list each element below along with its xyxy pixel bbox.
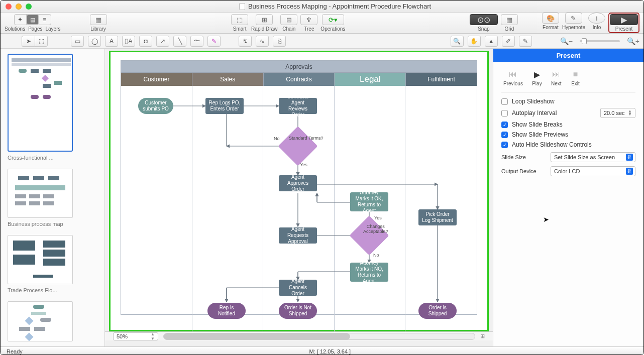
library-button[interactable]: ▦: [90, 14, 107, 25]
canvas-area[interactable]: Approvals Customer Sales Contracts Legal…: [105, 49, 493, 346]
page-label-3: Trade Process Flo...: [8, 287, 97, 293]
edge-label-no2: No: [373, 253, 379, 258]
text-tool[interactable]: A: [105, 36, 118, 47]
zoom-tool[interactable]: 🔍: [451, 36, 464, 47]
operations-button[interactable]: ⟳▾: [322, 14, 344, 25]
stamp-tool[interactable]: ▲: [485, 36, 498, 47]
pan-tool[interactable]: ✋: [468, 36, 481, 47]
next-slide-button[interactable]: ⏭Next: [551, 70, 562, 86]
node-agent-requests[interactable]: Agent Requests Approval: [279, 227, 317, 244]
breaks-checkbox[interactable]: ✓: [501, 122, 508, 128]
eyedrop-tool[interactable]: ✐: [502, 36, 515, 47]
status-bar: Ready M: [ 12.05, 3.64 ]: [1, 346, 643, 355]
node-pick-order[interactable]: Pick Order Log Shipment: [418, 209, 457, 225]
previews-label: Show Slide Previews: [512, 131, 568, 138]
edge-label-no1: No: [274, 136, 280, 141]
previews-checkbox[interactable]: ✓: [501, 132, 508, 138]
node-rep-notified[interactable]: Rep is Notified: [207, 303, 246, 319]
status-coords: M: [ 12.05, 3.64 ]: [23, 348, 637, 354]
slidesize-select[interactable]: Set Slide Size as Screen⇵: [551, 152, 635, 162]
page-thumb-3[interactable]: [8, 235, 73, 284]
info-button[interactable]: i: [588, 13, 605, 24]
page-thumb-1[interactable]: [8, 54, 73, 152]
hypernote-button[interactable]: ✎: [565, 13, 582, 24]
output-label: Output Device: [501, 168, 547, 174]
page-label-2: Business process map: [8, 221, 97, 227]
node-shipped[interactable]: Order is Shipped: [418, 303, 457, 319]
play-button[interactable]: ▶Play: [532, 70, 542, 86]
zoom-slider[interactable]: [580, 40, 620, 42]
highlighter-tool[interactable]: ✎: [207, 36, 221, 47]
prev-slide-button[interactable]: ⏮Previous: [503, 70, 523, 86]
fit-icon[interactable]: ⊞: [480, 333, 485, 339]
node-customer-po[interactable]: Customer submits PO: [138, 98, 173, 114]
solutions-label: Solutions: [5, 26, 25, 32]
zoom-window-icon[interactable]: [26, 4, 32, 10]
node-rep-logs[interactable]: Rep Logs PO, Enters Order: [205, 98, 244, 114]
eraser-tool[interactable]: ✎: [519, 36, 532, 47]
node-attorney-no[interactable]: Attorney Marks it NO, Returns to Agent: [350, 263, 388, 282]
clone-tool[interactable]: ⎘: [273, 36, 286, 47]
minimize-window-icon[interactable]: [16, 4, 22, 10]
page-thumb-4[interactable]: [8, 301, 73, 341]
chart-title: Approvals: [121, 61, 477, 73]
autohide-checkbox[interactable]: ✓: [501, 142, 508, 148]
pages-button[interactable]: ▤: [27, 15, 39, 25]
autoplay-label: Autoplay Interval: [512, 109, 596, 116]
snap-button[interactable]: ⊙⊙: [470, 14, 498, 25]
curve-tool[interactable]: 〜: [190, 36, 203, 47]
autohide-label: Auto Hide Slideshow Controls: [512, 141, 592, 148]
document-icon: [239, 3, 245, 10]
present-panel: Present ⏮Previous ▶Play ⏭Next ■Exit Loop…: [493, 49, 643, 346]
loop-label: Loop Slideshow: [512, 98, 555, 105]
connector-tool[interactable]: ↯: [239, 36, 252, 47]
smart-button[interactable]: ⬚: [231, 14, 248, 25]
pointer-tool[interactable]: ➤: [22, 36, 35, 47]
pages-label: Pages: [28, 26, 42, 32]
node-agent-cancels[interactable]: Agent Cancels Order: [279, 280, 317, 296]
present-button[interactable]: ▶: [610, 14, 638, 25]
zoom-out-icon[interactable]: 🔍−: [560, 37, 573, 45]
spline-tool[interactable]: ∿: [256, 36, 269, 47]
chain-button[interactable]: ⊟: [280, 14, 297, 25]
callout-tool[interactable]: ◘: [139, 36, 152, 47]
loop-checkbox[interactable]: [501, 98, 508, 105]
page-label-1: Cross-functional ...: [8, 155, 97, 161]
grid-button[interactable]: ▦: [501, 14, 518, 25]
document-title: Business Process Mapping - Appointment P…: [248, 3, 431, 10]
layers-button[interactable]: ≡: [39, 15, 51, 25]
autoplay-interval-input[interactable]: 20.0 sec▲▼: [600, 108, 635, 118]
arrow-tool[interactable]: ↗: [156, 36, 169, 47]
format-button[interactable]: 🎨: [542, 13, 559, 24]
h-scrollbar[interactable]: [163, 333, 475, 340]
line-tool[interactable]: ╲: [173, 36, 186, 47]
ellipse-tool[interactable]: ◯: [88, 36, 101, 47]
solutions-button[interactable]: ✦: [15, 15, 27, 25]
edge-label-yes2: Yes: [374, 215, 382, 220]
page-thumb-2[interactable]: [8, 169, 73, 218]
zoom-in-icon[interactable]: 🔍+: [627, 37, 639, 45]
slidesize-label: Slide Size: [501, 154, 547, 160]
drawing-canvas[interactable]: Approvals Customer Sales Contracts Legal…: [109, 51, 489, 331]
textbox-tool[interactable]: ⌷A: [122, 36, 135, 47]
rapid-draw-button[interactable]: ⊞: [256, 14, 273, 25]
lane-header-fulfillment: Fulfillment: [406, 73, 477, 86]
close-window-icon[interactable]: [6, 4, 12, 10]
exit-button[interactable]: ■Exit: [570, 70, 580, 86]
node-agent-reviews[interactable]: Contracts Agent Reviews Order: [279, 98, 317, 114]
library-label: Library: [90, 26, 106, 32]
swimlane-chart: Approvals Customer Sales Contracts Legal…: [121, 60, 477, 315]
node-agent-approves[interactable]: Agent Approves Order: [279, 175, 317, 191]
tree-button[interactable]: ♆: [300, 14, 317, 25]
main-toolbar: ✦ ▤ ≡ Solutions Pages Layers ▦ Library ⬚…: [1, 13, 643, 34]
zoom-selector[interactable]: 50%▲▼: [113, 332, 158, 340]
pages-panel: Cross-functional ... Business process ma…: [1, 49, 105, 346]
marquee-tool[interactable]: ⬚: [35, 36, 48, 47]
autoplay-checkbox[interactable]: [501, 110, 508, 116]
node-attorney-ok[interactable]: Attorney Marks it OK, Returns to Agent: [350, 192, 388, 211]
lane-header-legal: Legal: [335, 73, 406, 86]
output-select[interactable]: Color LCD⇵: [551, 166, 635, 176]
node-not-shipped[interactable]: Order is Not Shipped: [279, 303, 317, 319]
lane-header-contracts: Contracts: [264, 73, 335, 86]
rect-tool[interactable]: ▭: [71, 36, 84, 47]
